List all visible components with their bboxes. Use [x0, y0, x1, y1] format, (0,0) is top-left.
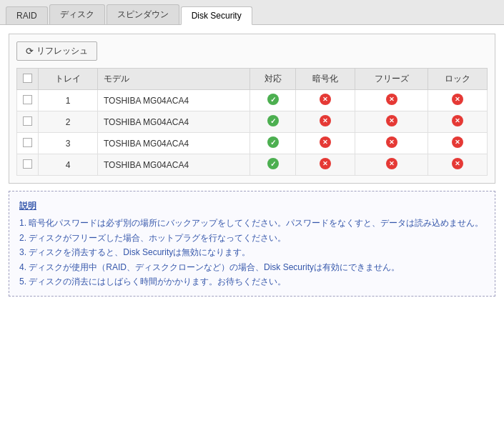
table-row: 2TOSHIBA MG04ACA4	[17, 111, 488, 133]
table-row: 4TOSHIBA MG04ACA4	[17, 154, 488, 176]
cell-frozen	[355, 133, 428, 154]
x-icon	[320, 94, 331, 105]
cell-frozen	[355, 154, 428, 176]
cell-encrypted	[296, 133, 355, 154]
note-item-4: 4. ディスクが使用中（RAID、ディスククローンなど）の場合、Disk Sec…	[19, 260, 485, 274]
header-model: モデル	[97, 69, 249, 90]
cell-model: TOSHIBA MG04ACA4	[97, 90, 249, 111]
x-icon	[452, 158, 463, 169]
cell-supported	[250, 133, 296, 154]
cell-locked	[428, 154, 488, 176]
ok-icon	[267, 136, 279, 148]
note-item-3: 3. ディスクを消去すると、Disk Securityは無効になります。	[19, 245, 485, 259]
cell-encrypted	[296, 154, 355, 176]
row-checkbox[interactable]	[23, 95, 32, 104]
cell-tray: 3	[39, 133, 98, 154]
refresh-label: リフレッシュ	[36, 45, 88, 57]
x-icon	[320, 158, 331, 169]
row-checkbox[interactable]	[23, 159, 32, 169]
cell-model: TOSHIBA MG04ACA4	[97, 154, 249, 176]
header-encrypted: 暗号化	[296, 69, 355, 90]
header-checkbox	[17, 69, 39, 90]
x-icon	[320, 136, 331, 148]
ok-icon	[267, 94, 279, 105]
x-icon	[452, 94, 463, 105]
row-checkbox[interactable]	[23, 116, 32, 126]
header-supported: 対応	[250, 69, 296, 90]
cell-encrypted	[296, 90, 355, 111]
tab-raid[interactable]: RAID	[6, 6, 48, 24]
cell-model: TOSHIBA MG04ACA4	[97, 111, 249, 133]
cell-tray: 4	[39, 154, 98, 176]
cell-supported	[250, 90, 296, 111]
cell-locked	[428, 111, 488, 133]
cell-supported	[250, 154, 296, 176]
cell-frozen	[355, 111, 428, 133]
header-frozen: フリーズ	[355, 69, 428, 90]
notes-panel: 説明 1. 暗号化パスワードは必ず別の場所にバックアップをしてください。パスワー…	[9, 191, 495, 297]
cell-supported	[250, 111, 296, 133]
notes-items: 1. 暗号化パスワードは必ず別の場所にバックアップをしてください。パスワードをな…	[19, 216, 485, 289]
table-panel: ⟳ リフレッシュ トレイ モデル 対応 暗号化 フリーズ ロック	[9, 34, 495, 184]
cell-locked	[428, 133, 488, 154]
cell-model: TOSHIBA MG04ACA4	[97, 133, 249, 154]
header-locked: ロック	[428, 69, 488, 90]
table-row: 3TOSHIBA MG04ACA4	[17, 133, 488, 154]
x-icon	[386, 136, 397, 148]
note-item-2: 2. ディスクがフリーズした場合、ホットプラグを行なってください。	[19, 231, 485, 245]
tab-disk[interactable]: ディスク	[49, 4, 105, 24]
cell-tray: 2	[39, 111, 98, 133]
disk-security-table: トレイ モデル 対応 暗号化 フリーズ ロック 1TOSHIBA MG04ACA…	[16, 68, 488, 176]
x-icon	[386, 158, 397, 169]
table-row: 1TOSHIBA MG04ACA4	[17, 90, 488, 111]
notes-title: 説明	[19, 199, 485, 213]
cell-frozen	[355, 90, 428, 111]
refresh-icon: ⟳	[26, 46, 34, 56]
tab-spindown[interactable]: スピンダウン	[107, 4, 179, 24]
cell-locked	[428, 90, 488, 111]
note-item-1: 1. 暗号化パスワードは必ず別の場所にバックアップをしてください。パスワードをな…	[19, 216, 485, 230]
x-icon	[320, 115, 331, 126]
content-area: ⟳ リフレッシュ トレイ モデル 対応 暗号化 フリーズ ロック	[0, 25, 504, 428]
x-icon	[452, 136, 463, 148]
cell-tray: 1	[39, 90, 98, 111]
refresh-button[interactable]: ⟳ リフレッシュ	[16, 41, 97, 61]
x-icon	[386, 115, 397, 126]
cell-encrypted	[296, 111, 355, 133]
x-icon	[386, 94, 397, 105]
row-checkbox[interactable]	[23, 138, 32, 147]
select-all-checkbox[interactable]	[23, 74, 32, 83]
ok-icon	[267, 115, 279, 126]
note-item-5: 5. ディスクの消去にはしばらく時間がかかります。お待ちください。	[19, 274, 485, 289]
x-icon	[452, 115, 463, 126]
ok-icon	[267, 158, 279, 169]
tab-disksecurity[interactable]: Disk Security	[181, 6, 252, 25]
header-tray: トレイ	[39, 69, 98, 90]
main-window: RAID ディスク スピンダウン Disk Security ⟳ リフレッシュ …	[0, 0, 504, 428]
tabs-bar: RAID ディスク スピンダウン Disk Security	[0, 0, 504, 25]
